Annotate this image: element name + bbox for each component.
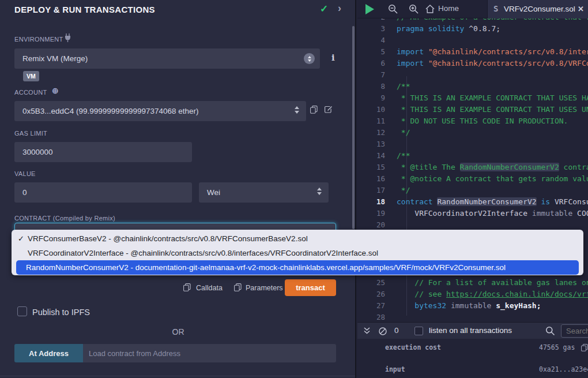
copy-account-icon[interactable] — [310, 106, 318, 116]
collapse-panel-chevron-icon[interactable]: › — [338, 2, 341, 14]
environment-info-icon[interactable]: i — [331, 53, 335, 63]
terminal-row-value: 47565 gas — [539, 343, 575, 351]
value-unit-stepper-icon[interactable] — [317, 188, 322, 195]
value-value: 0 — [22, 188, 27, 197]
code-line[interactable]: 4 — [357, 35, 588, 46]
code-line[interactable]: 25 // For a list of available gas lanes … — [357, 277, 588, 289]
listen-all-transactions-checkbox[interactable] — [414, 327, 423, 335]
gas-limit-label: GAS LIMIT — [14, 130, 47, 137]
terminal-row-label: execution cost — [385, 343, 441, 351]
line-number: 28 — [357, 312, 397, 322]
code-line[interactable]: 11 * DO NOT USE THIS CODE IN PRODUCTION. — [357, 115, 588, 127]
code-line[interactable]: 19 VRFCoordinatorV2Interface immutable C… — [357, 208, 588, 219]
terminal-log: execution cost47565 gasinput0xa21...a23e… — [357, 339, 588, 378]
contract-option[interactable]: ✓VRFConsumerBaseV2 - @chainlink/contract… — [12, 231, 583, 246]
code-line[interactable]: 2// An example of a consumer contract th… — [357, 18, 588, 23]
account-select-stepper-icon[interactable] — [295, 106, 299, 114]
code-line[interactable]: 27 bytes32 immutable s_keyHash; — [357, 300, 588, 312]
active-tab-label: VRFv2Consumer.sol — [504, 5, 575, 13]
gas-limit-input[interactable]: 3000000 — [14, 142, 192, 162]
tab-vrfv2consumer[interactable]: S VRFv2Consumer.sol ✕ — [487, 0, 588, 18]
panel-scrollbar[interactable] — [352, 26, 355, 229]
code-line[interactable]: 28 — [357, 312, 588, 322]
code-line[interactable]: 5import "@chainlink/contracts/src/v0.8/i… — [357, 46, 588, 58]
tab-home[interactable]: Home — [438, 4, 459, 13]
code-line[interactable]: 16 * @notice A contract that gets random… — [357, 173, 588, 185]
line-number: 7 — [357, 69, 397, 81]
line-number: 13 — [357, 139, 397, 150]
line-number: 2 — [357, 18, 397, 23]
contract-option-label: RandomNumberConsumerV2 - documentation-g… — [26, 263, 506, 272]
line-number: 18 — [357, 196, 397, 208]
line-number: 9 — [357, 92, 397, 104]
code-line[interactable]: 12 */ — [357, 127, 588, 139]
environment-select-stepper-icon[interactable] — [304, 53, 315, 64]
publish-to-ipfs-label: Publish to IPFS — [32, 308, 90, 317]
line-number: 5 — [357, 46, 397, 58]
copy-value-icon[interactable] — [581, 344, 588, 353]
code-line[interactable]: 17 */ — [357, 185, 588, 196]
code-line[interactable]: 18contract RandomNumberConsumerV2 is VRF… — [357, 196, 588, 208]
gas-limit-value: 3000000 — [22, 148, 53, 156]
publish-to-ipfs-checkbox[interactable] — [17, 306, 27, 316]
terminal-search-icon[interactable] — [545, 326, 555, 338]
pending-tx-count: 0 — [394, 326, 399, 335]
environment-ok-check-icon: ✓ — [320, 3, 328, 15]
home-icon[interactable] — [425, 4, 435, 17]
account-select[interactable]: 0x5B3...eddC4 (99.99999999999997374068 e… — [14, 101, 306, 121]
calldata-label: Calldata — [196, 284, 223, 292]
environment-value: Remix VM (Merge) — [22, 54, 88, 63]
code-editor[interactable]: 2// An example of a consumer contract th… — [357, 18, 588, 322]
line-number: 25 — [357, 277, 397, 289]
code-lines: 2// An example of a consumer contract th… — [357, 18, 588, 322]
selected-check-icon: ✓ — [18, 231, 24, 246]
panel-bottom-divider — [0, 376, 356, 376]
code-line[interactable]: 6import "@chainlink/contracts/src/v0.8/V… — [357, 58, 588, 69]
close-tab-icon[interactable]: ✕ — [578, 5, 584, 13]
clear-console-icon[interactable] — [378, 327, 387, 338]
line-number: 8 — [357, 81, 397, 92]
terminal-search-input[interactable] — [561, 324, 588, 338]
copy-calldata-icon[interactable] — [183, 283, 191, 294]
run-script-play-icon[interactable] — [365, 4, 374, 14]
line-number: 19 — [357, 208, 397, 219]
value-unit-select[interactable]: Wei — [199, 182, 329, 203]
plug-icon[interactable] — [63, 33, 72, 45]
line-number: 15 — [357, 162, 397, 173]
contract-option-label: VRFCoordinatorV2Interface - @chainlink/c… — [28, 249, 378, 257]
value-input[interactable]: 0 — [14, 182, 192, 203]
code-line[interactable]: 20 — [357, 219, 588, 231]
transact-button[interactable]: transact — [285, 279, 336, 296]
copy-parameters-icon[interactable] — [234, 283, 242, 294]
code-line[interactable]: 10 * THIS IS AN EXAMPLE CONTRACT THAT US… — [357, 104, 588, 115]
code-line[interactable]: 7 — [357, 69, 588, 81]
code-line[interactable]: 9 * THIS IS AN EXAMPLE CONTRACT THAT USE… — [357, 92, 588, 104]
add-account-icon[interactable]: ⊕ — [52, 86, 59, 95]
contract-label: CONTRACT (Compiled by Remix) — [14, 215, 115, 222]
line-number: 20 — [357, 219, 397, 231]
zoom-in-icon[interactable] — [409, 4, 419, 17]
or-label: OR — [0, 327, 356, 336]
edit-account-icon[interactable] — [324, 105, 333, 116]
contract-option[interactable]: VRFCoordinatorV2Interface - @chainlink/c… — [12, 246, 583, 260]
line-number: 16 — [357, 173, 397, 185]
contract-option[interactable]: RandomNumberConsumerV2 - documentation-g… — [16, 260, 579, 275]
at-address-input[interactable] — [83, 344, 336, 362]
line-number: 17 — [357, 185, 397, 196]
editor-area: Home S VRFv2Consumer.sol ✕ 2// An exampl… — [357, 0, 588, 378]
zoom-out-icon[interactable] — [388, 4, 398, 17]
deploy-run-panel: DEPLOY & RUN TRANSACTIONS ✓ › ENVIRONMEN… — [0, 0, 356, 378]
at-address-button[interactable]: At Address — [14, 344, 83, 362]
collapse-terminal-icon[interactable] — [363, 327, 371, 337]
environment-select[interactable]: Remix VM (Merge) — [14, 48, 320, 69]
solidity-file-icon: S — [493, 4, 498, 13]
code-line[interactable]: 8/** — [357, 81, 588, 92]
line-number: 14 — [357, 150, 397, 162]
code-line[interactable]: 3pragma solidity ^0.8.7; — [357, 23, 588, 35]
code-line[interactable]: 15 * @title The RandomNumberConsumerV2 c… — [357, 162, 588, 173]
terminal-row-value: 0xa21...a23e4 — [539, 365, 588, 373]
contract-dropdown-list: ✓VRFConsumerBaseV2 - @chainlink/contract… — [12, 230, 583, 275]
code-line[interactable]: 13 — [357, 139, 588, 150]
code-line[interactable]: 26 // see https://docs.chain.link/docs/v… — [357, 289, 588, 300]
code-line[interactable]: 14/** — [357, 150, 588, 162]
